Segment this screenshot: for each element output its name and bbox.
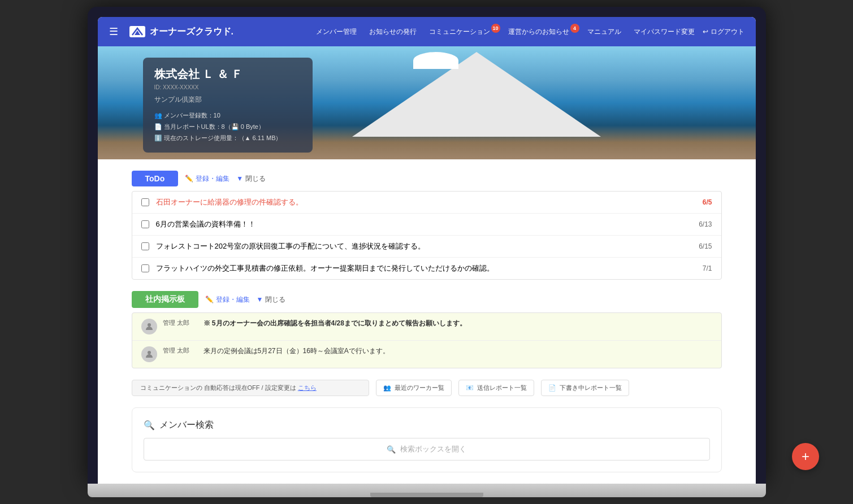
search-icon: 🔍 (144, 420, 155, 431)
board-list: 管理 太郎 ※ 5月のオーナー会の出席確認を各担当者4/28までに取りまとめて報… (132, 312, 722, 368)
draft-reports-button[interactable]: 📄 下書き中レポート一覧 (541, 380, 629, 396)
board-author-1: 管理 太郎 (163, 319, 197, 327)
main-content: ToDo ✏️ 登録・編集 ▼ 閉じる 石田オーナーに給 (98, 159, 756, 484)
board-author-2: 管理 太郎 (163, 346, 197, 355)
nav-item-notify[interactable]: お知らせの発行 (365, 25, 421, 39)
board-section: 社内掲示板 ✏️ 登録・編集 ▼ 閉じる (132, 291, 722, 368)
search-open-button[interactable]: 🔍 検索ボックスを開く (144, 438, 710, 460)
sent-reports-button[interactable]: 📧 送信レポート一覧 (458, 380, 534, 396)
board-text-1: ※ 5月のオーナー会の出席確認を各担当者4/28までに取りまとめて報告お願いしま… (203, 319, 712, 328)
nav-item-password[interactable]: マイパスワード変更 (629, 25, 699, 39)
board-header: 社内掲示板 ✏️ 登録・編集 ▼ 閉じる (132, 291, 722, 308)
recent-workers-button[interactable]: 👥 最近のワーカー覧 (376, 380, 452, 396)
stat-reports: 📄 当月レポートUL数：8（💾 0 Byte） (154, 121, 301, 133)
todo-header: ToDo ✏️ 登録・編集 ▼ 閉じる (132, 171, 722, 186)
workers-icon: 👥 (383, 384, 391, 392)
nav-items: メンバー管理 お知らせの発行 コミュニケーション 10 運営からのお知らせ 4 … (311, 25, 744, 39)
todo-text-1: 石田オーナーに給湯器の修理の件確認する。 (156, 197, 703, 207)
comm-settings-link[interactable]: こちら (298, 384, 317, 391)
draft-icon: 📄 (548, 384, 556, 392)
search-open-icon: 🔍 (387, 445, 396, 454)
board-item: 管理 太郎 来月の定例会議は5月27日（金）16時～会議室Aで行います。 (132, 341, 721, 368)
edit-icon: ✏️ (185, 175, 193, 183)
nav-item-logout[interactable]: ↩ ログアウト (703, 27, 744, 37)
stat-storage: ℹ️ 現在のストレージ使用量：（▲ 6.11 MB） (154, 133, 301, 144)
chevron-down-icon: ▼ (236, 175, 243, 183)
comm-info: コミュニケーションの 自動応答は現在OFF / 設定変更は こちら (132, 380, 369, 396)
svg-point-0 (148, 323, 151, 327)
comm-badge: 10 (491, 24, 500, 33)
member-search-title: 🔍 メンバー検索 (144, 419, 710, 431)
hamburger-icon[interactable]: ☰ (109, 25, 118, 38)
edit-icon: ✏️ (205, 296, 214, 303)
stat-members: 👥 メンバー登録数：10 (154, 110, 301, 121)
company-name: 株式会社 Ｌ ＆ Ｆ (154, 67, 301, 82)
sent-icon: 📧 (466, 384, 474, 392)
company-card: 株式会社 Ｌ ＆ Ｆ ID: XXXX-XXXXX サンプル倶楽部 👥 メンバー… (143, 58, 313, 153)
todo-date-1: 6/5 (703, 198, 712, 206)
todo-checkbox-4[interactable] (141, 264, 149, 272)
todo-text-2: 6月の営業会議の資料準備！！ (156, 219, 699, 229)
logo-text: オーナーズクラウド. (150, 26, 233, 38)
todo-date-2: 6/13 (699, 220, 712, 228)
todo-title-button[interactable]: ToDo (132, 171, 179, 186)
laptop-base (88, 484, 766, 497)
todo-edit-button[interactable]: ✏️ 登録・編集 (185, 174, 230, 184)
hero-section: 株式会社 Ｌ ＆ Ｆ ID: XXXX-XXXXX サンプル倶楽部 👥 メンバー… (98, 46, 756, 159)
board-item: 管理 太郎 ※ 5月のオーナー会の出席確認を各担当者4/28までに取りまとめて報… (132, 313, 721, 341)
logo-icon (129, 26, 145, 37)
member-search-section: 🔍 メンバー検索 🔍 検索ボックスを開く (132, 407, 722, 472)
todo-list: 石田オーナーに給湯器の修理の件確認する。 6/5 6月の営業会議の資料準備！！ … (132, 191, 722, 280)
board-title-button[interactable]: 社内掲示板 (132, 291, 198, 308)
logout-icon: ↩ (703, 28, 708, 36)
svg-point-1 (148, 351, 151, 354)
todo-text-4: フラットハイツの外交工事見積書の修正依頼。オーナー提案期日までに発行していただけ… (156, 263, 703, 273)
company-stats: 👥 メンバー登録数：10 📄 当月レポートUL数：8（💾 0 Byte） ℹ️ … (154, 110, 301, 144)
company-id: ID: XXXX-XXXXX (154, 84, 301, 90)
board-edit-button[interactable]: ✏️ 登録・編集 (205, 295, 250, 305)
chevron-down-icon: ▼ (257, 296, 263, 303)
comm-bar: コミュニケーションの 自動応答は現在OFF / 設定変更は こちら 👥 最近のワ… (132, 380, 722, 396)
navbar: ☰ オーナーズクラウド. メンバー管理 お知らせの発行 コミュニケ (98, 17, 756, 46)
todo-item: 石田オーナーに給湯器の修理の件確認する。 6/5 (132, 192, 721, 214)
todo-checkbox-3[interactable] (141, 242, 149, 250)
todo-item: フォレストコート202号室の原状回復工事の手配について、進捗状況を確認する。 6… (132, 236, 721, 258)
ops-badge: 4 (570, 24, 579, 33)
todo-date-3: 6/15 (699, 242, 712, 250)
fab-button[interactable]: + (792, 443, 819, 470)
avatar-1 (141, 319, 157, 334)
nav-item-comm[interactable]: コミュニケーション 10 (425, 25, 500, 39)
club-name: サンプル倶楽部 (154, 95, 301, 105)
todo-checkbox-1[interactable] (141, 198, 149, 206)
todo-item: フラットハイツの外交工事見積書の修正依頼。オーナー提案期日までに発行していただけ… (132, 258, 721, 279)
todo-date-4: 7/1 (703, 264, 712, 272)
nav-item-ops[interactable]: 運営からのお知らせ 4 (504, 25, 579, 39)
todo-section: ToDo ✏️ 登録・編集 ▼ 閉じる 石田オーナーに給 (132, 171, 722, 280)
nav-logo: オーナーズクラウド. (129, 26, 233, 38)
todo-text-3: フォレストコート202号室の原状回復工事の手配について、進捗状況を確認する。 (156, 241, 699, 251)
todo-checkbox-2[interactable] (141, 220, 149, 228)
avatar-2 (141, 346, 157, 362)
todo-item: 6月の営業会議の資料準備！！ 6/13 (132, 214, 721, 236)
board-text-2: 来月の定例会議は5月27日（金）16時～会議室Aで行います。 (203, 346, 712, 356)
todo-close-button[interactable]: ▼ 閉じる (236, 174, 266, 184)
nav-item-manual[interactable]: マニュアル (583, 25, 626, 39)
nav-item-member[interactable]: メンバー管理 (311, 25, 361, 39)
board-close-button[interactable]: ▼ 閉じる (257, 295, 286, 305)
